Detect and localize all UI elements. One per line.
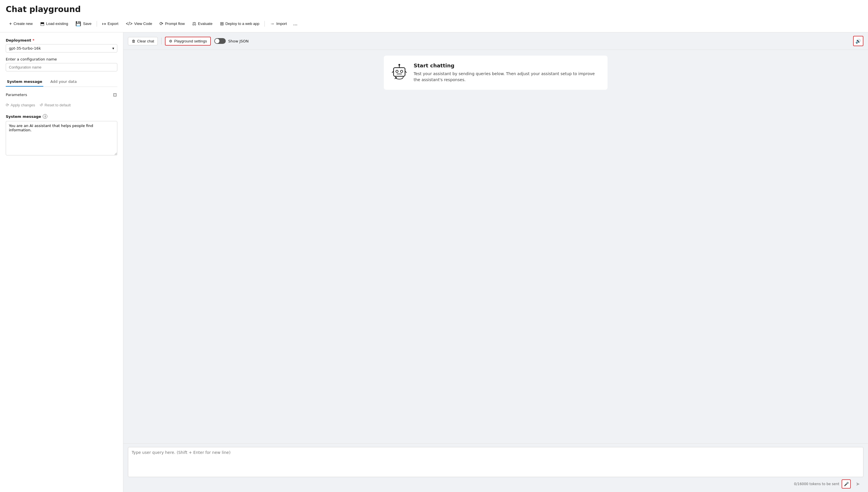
start-card-title: Start chatting [414,63,601,69]
chat-input-area: 0/16000 tokens to be sent 🎤 ➤ [123,443,868,492]
export-button[interactable]: ↦ Export [99,19,122,28]
chat-area[interactable]: Start chatting Test your assistant by se… [123,50,868,443]
right-panel: 🗑 Clear chat ⚙ Playground settings Show … [123,32,868,492]
toolbar-separator-1 [97,21,97,27]
deploy-web-app-button[interactable]: ⊞ Deploy to a web app [217,19,263,28]
config-name-input[interactable] [6,63,117,71]
mic-icon: 🎤 [844,482,849,486]
export-icon: ↦ [102,21,106,26]
view-code-button[interactable]: </> View Code [122,20,156,28]
send-icon: ➤ [856,481,860,487]
apply-changes-button[interactable]: ⟳ Apply changes [6,101,35,108]
chat-input-box [128,447,863,477]
config-name-label: Enter a configuration name [6,57,117,62]
deployment-select[interactable]: gpt-35-turbo-16k ▾ [6,44,117,52]
start-card-content: Start chatting Test your assistant by se… [414,63,601,83]
system-message-info-icon[interactable]: i [43,114,47,119]
chat-input-footer: 0/16000 tokens to be sent 🎤 ➤ [128,479,863,489]
show-json-label: Show JSON [228,39,248,43]
speaker-icon: 🔊 [855,39,861,44]
speaker-button[interactable]: 🔊 [853,36,863,46]
parameters-label: Parameters [6,93,27,97]
settings-gear-icon: ⚙ [169,39,172,43]
import-button[interactable]: → Import [266,20,290,28]
more-options-button[interactable]: ... [291,20,300,28]
toolbar-separator-2 [264,21,265,27]
playground-settings-button[interactable]: ⚙ Playground settings [165,37,211,46]
system-message-label: System message i [6,114,117,119]
apply-icon: ⟳ [6,103,9,107]
svg-rect-0 [393,68,405,76]
save-button[interactable]: 💾 Save [72,19,95,28]
import-icon: → [270,21,274,26]
token-count: 0/16000 tokens to be sent [794,482,839,486]
start-chatting-card: Start chatting Test your assistant by se… [384,56,607,90]
action-buttons: ⟳ Apply changes ↺ Reset to default [6,101,117,108]
chat-playground-page: Chat playground + Create new ⬒ Load exis… [0,0,868,492]
bot-icon [391,63,408,82]
start-card-description: Test your assistant by sending queries b… [414,71,601,83]
chat-toolbar-separator [161,38,162,45]
create-new-button[interactable]: + Create new [6,20,36,28]
load-icon: ⬒ [40,21,45,26]
panel-icon: ⊡ [113,92,117,97]
flow-icon: ⟳ [160,21,163,26]
chevron-down-icon: ▾ [112,46,114,50]
tab-system-message[interactable]: System message [6,77,43,87]
main-toolbar: + Create new ⬒ Load existing 💾 Save ↦ Ex… [6,18,862,30]
deployment-label: Deployment * [6,38,117,43]
svg-point-5 [399,64,400,66]
deploy-icon: ⊞ [220,21,224,26]
system-message-textarea[interactable]: You are an AI assistant that helps peopl… [6,121,117,155]
microphone-button[interactable]: 🎤 [842,479,851,489]
reset-to-default-button[interactable]: ↺ Reset to default [40,101,71,108]
show-json-toggle[interactable] [214,38,226,44]
left-panel: Deployment * gpt-35-turbo-16k ▾ Enter a … [0,32,123,492]
tab-add-your-data[interactable]: Add your data [49,77,78,87]
plus-icon: + [9,21,12,26]
svg-point-2 [401,70,403,73]
main-content: Deployment * gpt-35-turbo-16k ▾ Enter a … [0,32,868,492]
toggle-thumb [215,39,219,43]
clear-chat-button[interactable]: 🗑 Clear chat [128,37,158,45]
load-existing-button[interactable]: ⬒ Load existing [37,19,72,28]
chat-input[interactable] [132,450,860,473]
json-toggle-container: Show JSON [214,38,248,44]
left-panel-inner: Deployment * gpt-35-turbo-16k ▾ Enter a … [0,32,123,492]
page-header: Chat playground + Create new ⬒ Load exis… [0,0,868,32]
evaluate-icon: ⚖ [192,21,196,26]
reset-icon: ↺ [40,103,43,107]
tabs: System message Add your data [6,77,117,87]
parameters-panel-toggle[interactable]: ⊡ [113,92,117,98]
send-button[interactable]: ➤ [853,479,862,489]
chat-toolbar: 🗑 Clear chat ⚙ Playground settings Show … [123,32,868,50]
required-indicator: * [32,38,34,43]
code-icon: </> [126,21,132,26]
prompt-flow-button[interactable]: ⟳ Prompt flow [156,19,188,28]
svg-point-1 [396,70,398,73]
save-icon: 💾 [75,21,81,26]
page-title: Chat playground [6,5,862,14]
clear-chat-icon: 🗑 [132,39,136,43]
parameters-header: Parameters ⊡ [6,92,117,98]
evaluate-button[interactable]: ⚖ Evaluate [189,19,216,28]
